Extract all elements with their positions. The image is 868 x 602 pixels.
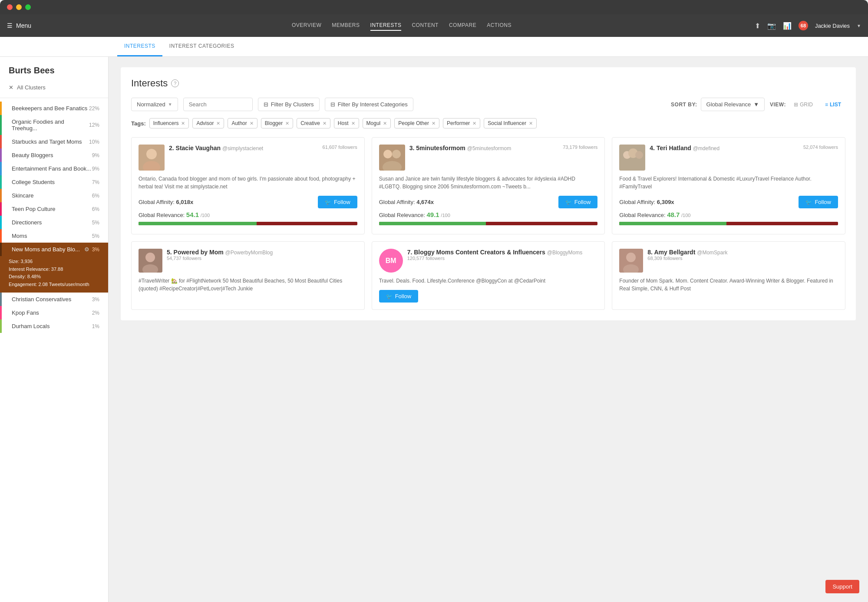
- settings-icon[interactable]: ⚙: [84, 246, 89, 253]
- subnav-interest-categories[interactable]: INTEREST CATEGORIES: [162, 37, 241, 56]
- nav-overview[interactable]: OVERVIEW: [292, 20, 321, 31]
- normalized-dropdown[interactable]: Normalized ▼: [131, 98, 178, 111]
- sidebar-item-beauty[interactable]: Beauty Bloggers 9%: [0, 148, 108, 162]
- tag-advisor-label: Advisor: [196, 120, 214, 126]
- card-followers: 73,179 followers: [563, 145, 597, 150]
- camera-icon[interactable]: 📷: [767, 22, 776, 30]
- cluster-size: Size: 3,936: [9, 258, 99, 266]
- tag-influencers[interactable]: Influencers ✕: [149, 118, 189, 128]
- nav-interests[interactable]: INTERESTS: [370, 20, 402, 31]
- search-input[interactable]: [183, 98, 253, 111]
- tag-advisor-remove[interactable]: ✕: [216, 121, 220, 126]
- affinity-label: Global Affinity: 6,309x: [619, 199, 674, 205]
- cards-grid: 2. Stacie Vaughan @simplystacienet 61,60…: [131, 137, 845, 310]
- sidebar-item-moms[interactable]: Moms 5%: [0, 229, 108, 243]
- list-view-button[interactable]: ≡ LIST: [821, 99, 845, 110]
- grid-icon: ⊞: [794, 102, 798, 108]
- sidebar-item-durham[interactable]: Durham Locals 1%: [0, 319, 108, 333]
- sidebar-item-starbucks[interactable]: Starbucks and Target Moms 10%: [0, 135, 108, 148]
- nav-content[interactable]: CONTENT: [412, 20, 439, 31]
- tag-creative-remove[interactable]: ✕: [323, 121, 327, 126]
- card-handle: @simplystacienet: [222, 145, 263, 151]
- grid-view-button[interactable]: ⊞ GRID: [789, 99, 817, 110]
- sidebar-item-kpop[interactable]: Kpop Fans 2%: [0, 306, 108, 319]
- card-number: 3.: [409, 145, 415, 151]
- tag-host[interactable]: Host ✕: [334, 118, 359, 128]
- affinity-value: 6,309x: [657, 199, 674, 205]
- card-name: 5minutesformom: [416, 145, 465, 151]
- maximize-button[interactable]: [25, 4, 31, 10]
- tag-author[interactable]: Author ✕: [228, 118, 257, 128]
- view-label: VIEW:: [770, 102, 786, 108]
- card-affinity-row: Global Affinity: 6,018x 🐦 Follow: [139, 196, 357, 208]
- help-icon[interactable]: ?: [171, 79, 179, 87]
- sidebar-item-directioners[interactable]: Directioners 5%: [0, 216, 108, 229]
- tag-mogul[interactable]: Mogul ✕: [363, 118, 391, 128]
- tag-performer-remove[interactable]: ✕: [472, 121, 476, 126]
- sidebar-item-skincare[interactable]: Skincare 6%: [0, 189, 108, 202]
- filter-clusters-button[interactable]: ⊟ Filter By Clusters: [258, 98, 320, 111]
- tag-blogger[interactable]: Blogger ✕: [261, 118, 293, 128]
- tag-creative[interactable]: Creative ✕: [297, 118, 330, 128]
- tag-social-influencer[interactable]: Social Influencer ✕: [484, 118, 537, 128]
- share-icon[interactable]: ⬆: [755, 22, 760, 30]
- sidebar-item-label: New Moms and Baby Blo...: [12, 246, 80, 253]
- user-name[interactable]: Jackie Davies: [815, 23, 850, 29]
- sidebar-item-beekeepers[interactable]: Beekeepers and Bee Fanatics 22%: [0, 102, 108, 115]
- menu-button[interactable]: ☰ Menu: [7, 22, 31, 29]
- sidebar-item-entertainment[interactable]: Entertainment Fans and Book... 9%: [0, 162, 108, 175]
- list-icon: ≡: [825, 102, 828, 108]
- subnav-interests[interactable]: INTERESTS: [117, 37, 162, 56]
- sidebar-item-new-moms[interactable]: New Moms and Baby Blo... ⚙ 3%: [0, 243, 108, 256]
- tag-creative-label: Creative: [300, 120, 320, 126]
- filter-categories-label: Filter By Interest Categories: [338, 101, 408, 108]
- minimize-button[interactable]: [16, 4, 22, 10]
- sub-nav: INTERESTS INTEREST CATEGORIES: [0, 37, 868, 57]
- card-followers: 54,737 followers: [167, 256, 353, 261]
- sidebar-item-label: Beauty Bloggers: [12, 152, 53, 158]
- affinity-label: Global Affinity: 6,018x: [139, 199, 193, 205]
- notification-badge[interactable]: 68: [799, 21, 808, 30]
- card-affinity-row: Global Affinity: 6,309x 🐦 Follow: [619, 196, 838, 208]
- tag-author-remove[interactable]: ✕: [250, 121, 254, 126]
- color-indicator: [0, 102, 2, 115]
- tag-blogger-remove[interactable]: ✕: [285, 121, 289, 126]
- close-button[interactable]: [7, 4, 13, 10]
- relevance-max: /100: [201, 213, 210, 218]
- all-clusters-label: All Clusters: [17, 84, 46, 91]
- sidebar-item-teen[interactable]: Teen Pop Culture 6%: [0, 202, 108, 216]
- sidebar-item-organic[interactable]: Organic Foodies and Treehug... 12%: [0, 115, 108, 135]
- follow-button[interactable]: 🐦 Follow: [799, 196, 838, 208]
- nav-members[interactable]: MEMBERS: [332, 20, 360, 31]
- svg-point-5: [392, 150, 401, 158]
- relevance-value: 49.1: [427, 211, 439, 218]
- tag-influencers-remove[interactable]: ✕: [181, 121, 185, 126]
- sidebar-item-college[interactable]: College Students 7%: [0, 175, 108, 189]
- follow-button[interactable]: 🐦 Follow: [558, 196, 598, 208]
- nav-actions[interactable]: ACTIONS: [487, 20, 512, 31]
- filter-categories-button[interactable]: ⊟ Filter By Interest Categories: [325, 98, 413, 111]
- sidebar-item-label: Starbucks and Target Moms: [12, 138, 82, 145]
- follow-button[interactable]: 🐦 Follow: [379, 290, 419, 303]
- tag-people-other-remove[interactable]: ✕: [432, 121, 436, 126]
- tag-people-other[interactable]: People Other ✕: [394, 118, 439, 128]
- tag-mogul-remove[interactable]: ✕: [383, 121, 387, 126]
- color-indicator: [0, 293, 2, 306]
- user-chevron-icon[interactable]: ▼: [857, 23, 861, 28]
- content-panel: Interests ? Normalized ▼ ⊟ Filter By Clu…: [121, 67, 856, 320]
- nav-compare[interactable]: COMPARE: [449, 20, 476, 31]
- all-clusters-button[interactable]: ✕ All Clusters: [0, 81, 108, 94]
- tag-host-remove[interactable]: ✕: [351, 121, 355, 126]
- sidebar-item-label: College Students: [12, 179, 55, 185]
- tag-author-label: Author: [231, 120, 247, 126]
- support-button[interactable]: Support: [825, 580, 859, 593]
- follow-button[interactable]: 🐦 Follow: [318, 196, 357, 208]
- tag-advisor[interactable]: Advisor ✕: [192, 118, 224, 128]
- sort-dropdown[interactable]: Global Relevance ▼: [701, 98, 765, 111]
- tag-performer[interactable]: Performer ✕: [443, 118, 480, 128]
- sidebar-item-christian[interactable]: Christian Conservatives 3%: [0, 293, 108, 306]
- tag-social-influencer-remove[interactable]: ✕: [529, 121, 533, 126]
- card-name: Bloggy Moms Content Creators & Influence…: [414, 249, 545, 256]
- chart-icon[interactable]: 📊: [783, 22, 792, 30]
- list-label: LIST: [830, 102, 841, 108]
